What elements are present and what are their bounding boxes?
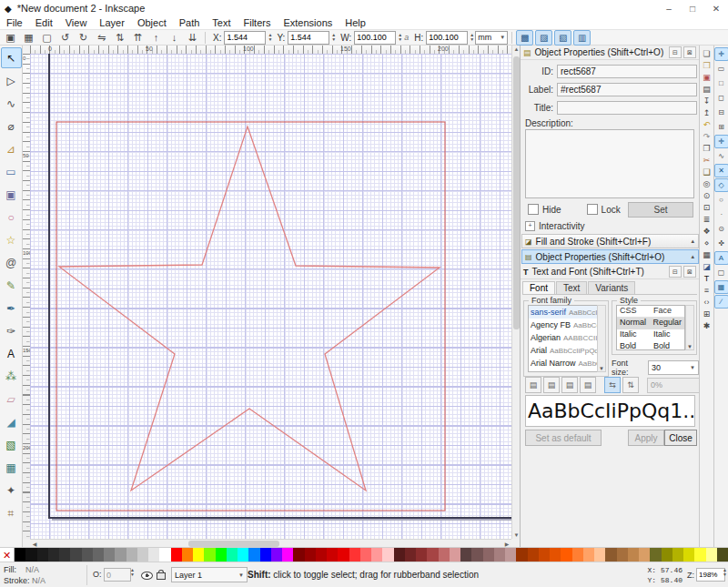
collapse-arrow-icon[interactable]: ▴ xyxy=(691,238,694,245)
snap-button[interactable]: ✜ xyxy=(714,237,728,250)
tool-button[interactable]: ▭ xyxy=(1,161,22,182)
y-spinner[interactable]: ▲▼ xyxy=(331,33,336,42)
command-button[interactable]: ✱ xyxy=(701,319,713,331)
menu-item[interactable]: Layer xyxy=(93,17,131,28)
palette-swatch[interactable] xyxy=(148,548,159,562)
palette-swatch[interactable] xyxy=(528,548,539,562)
palette-swatch[interactable] xyxy=(617,548,628,562)
font-list-item[interactable]: Algerian AABBCCIIPP xyxy=(529,331,598,344)
palette-swatch[interactable] xyxy=(15,548,25,562)
h-spinner[interactable]: ▲▼ xyxy=(470,33,474,42)
orientation-button[interactable]: ⇆ xyxy=(604,377,621,393)
orientation-button[interactable]: ⇅ xyxy=(622,377,639,393)
palette-swatch[interactable] xyxy=(137,548,148,562)
transform-toggle-button[interactable]: ▧ xyxy=(554,30,571,46)
command-button[interactable]: ▤ xyxy=(701,83,713,95)
palette-swatch[interactable] xyxy=(126,548,137,562)
apply-button[interactable]: Apply xyxy=(628,430,664,446)
dock-minimize-button[interactable]: ⊟ xyxy=(669,266,682,278)
palette-swatch[interactable] xyxy=(59,548,70,562)
tool-button[interactable]: ✎ xyxy=(1,275,22,296)
palette-swatch[interactable] xyxy=(204,548,215,562)
snap-button[interactable]: ∕ xyxy=(714,295,728,309)
set-as-default-button[interactable]: Set as default xyxy=(525,430,602,446)
align-button[interactable]: ▤ xyxy=(525,377,541,393)
toolbar-button[interactable]: ⇅ xyxy=(111,30,128,46)
close-dialog-button[interactable]: Close xyxy=(664,430,697,446)
horizontal-scroll-thumb[interactable] xyxy=(188,541,279,547)
palette-swatch[interactable] xyxy=(238,548,248,562)
maximize-button[interactable]: □ xyxy=(681,0,704,16)
tool-button[interactable]: ✑ xyxy=(1,320,22,341)
palette-swatch[interactable] xyxy=(293,548,304,562)
toolbar-button[interactable]: ⇋ xyxy=(93,30,110,46)
scroll-left-arrow[interactable]: ◀ xyxy=(32,541,37,547)
palette-swatch[interactable] xyxy=(505,548,516,562)
palette-swatch[interactable] xyxy=(439,548,450,562)
layer-lock-icon[interactable] xyxy=(157,572,166,580)
snap-button[interactable]: ⊙ xyxy=(714,222,728,236)
canvas-rectangle[interactable] xyxy=(56,122,445,511)
palette-swatch[interactable] xyxy=(394,548,405,562)
tool-button[interactable]: ↖ xyxy=(1,47,22,68)
tool-button[interactable]: ◢ xyxy=(1,411,22,432)
object-properties-bar[interactable]: ▤ Object Properties (Shift+Ctrl+O) ▴ xyxy=(521,249,699,264)
menu-item[interactable]: Filters xyxy=(238,17,278,28)
align-button[interactable]: ▤ xyxy=(561,377,578,393)
toolbar-button[interactable]: ▦ xyxy=(20,30,37,46)
fill-stroke-indicator[interactable]: Fill: N/A Stroke: N/A xyxy=(4,564,46,586)
snap-button[interactable]: ∿ xyxy=(714,149,728,163)
set-button[interactable]: Set xyxy=(628,202,693,218)
menu-item[interactable]: Edit xyxy=(29,17,59,28)
layer-visibility-eye-icon[interactable] xyxy=(141,572,153,580)
palette-swatch[interactable] xyxy=(349,548,360,562)
tool-button[interactable]: ○ xyxy=(1,207,22,228)
palette-swatch[interactable] xyxy=(605,548,616,562)
palette-swatch[interactable] xyxy=(494,548,505,562)
tool-button[interactable]: ⊿ xyxy=(1,138,22,159)
palette-swatch[interactable] xyxy=(104,548,115,562)
minimize-button[interactable]: – xyxy=(657,0,681,16)
palette-swatch[interactable] xyxy=(683,548,694,562)
palette-swatch[interactable] xyxy=(216,548,227,562)
palette-swatch[interactable] xyxy=(650,548,661,562)
menu-item[interactable]: Path xyxy=(173,17,207,28)
command-button[interactable]: T xyxy=(701,272,713,284)
tool-button[interactable]: ▦ xyxy=(1,457,22,478)
align-button[interactable]: ▤ xyxy=(543,377,560,393)
snap-button[interactable]: ⊞ xyxy=(714,120,728,134)
snap-button[interactable]: A xyxy=(714,251,728,265)
height-input[interactable] xyxy=(426,31,468,45)
menu-item[interactable]: View xyxy=(59,17,94,28)
palette-swatch[interactable] xyxy=(305,548,316,562)
tool-button[interactable]: ✒ xyxy=(1,298,22,319)
snap-button[interactable]: ⊟ xyxy=(714,106,728,119)
tool-button[interactable]: ▷ xyxy=(1,70,22,91)
tool-button[interactable]: A xyxy=(1,343,22,364)
palette-swatch[interactable] xyxy=(338,548,349,562)
opacity-input[interactable] xyxy=(104,568,131,582)
tool-button[interactable]: ☆ xyxy=(1,229,22,250)
menu-item[interactable]: Text xyxy=(206,17,237,28)
tool-button[interactable]: ▧ xyxy=(1,434,22,455)
palette-swatch[interactable] xyxy=(282,548,293,562)
horizontal-ruler[interactable]: 050100150200 xyxy=(30,46,511,54)
transform-toggle-button[interactable]: ▨ xyxy=(535,30,552,46)
command-button[interactable]: ❖ xyxy=(701,225,713,237)
tool-button[interactable]: ∿ xyxy=(1,93,22,114)
palette-swatch[interactable] xyxy=(539,548,550,562)
snap-button[interactable]: □ xyxy=(714,76,728,90)
palette-swatch[interactable] xyxy=(115,548,126,562)
font-size-dropdown[interactable]: 30▼ xyxy=(648,360,699,375)
font-list-scrollbar[interactable]: ▼ xyxy=(597,305,606,372)
palette-swatch[interactable] xyxy=(572,548,583,562)
palette-swatch[interactable] xyxy=(416,548,427,562)
tab[interactable]: Variants xyxy=(588,281,635,294)
snap-button[interactable]: ○ xyxy=(714,193,728,207)
layer-dropdown[interactable]: Layer 1▼ xyxy=(171,567,248,582)
tool-button[interactable]: ⁂ xyxy=(1,366,22,387)
style-list-row[interactable]: Italic Italic xyxy=(617,329,684,341)
palette-swatch[interactable] xyxy=(594,548,605,562)
palette-swatch[interactable] xyxy=(483,548,494,562)
toolbar-button[interactable]: ↓ xyxy=(166,30,183,46)
